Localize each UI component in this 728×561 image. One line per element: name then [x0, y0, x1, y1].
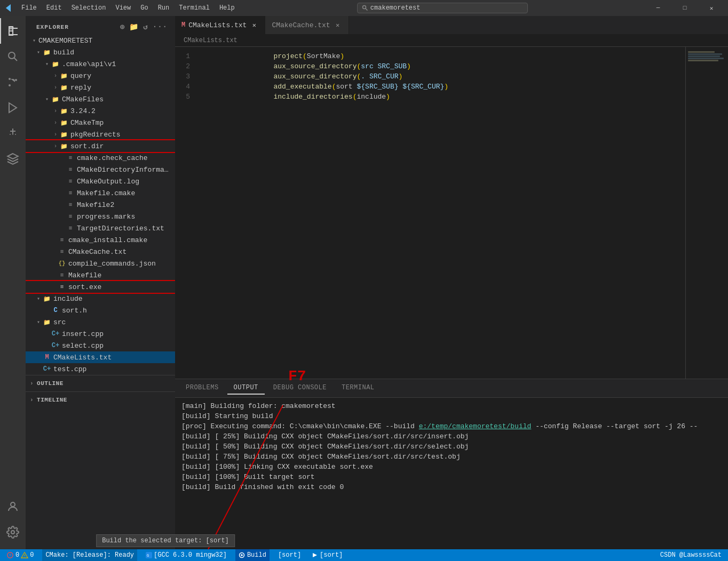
- file-icon: {}: [58, 259, 66, 268]
- sidebar-item-makefile-cmake[interactable]: ≡ Makefile.cmake: [26, 187, 175, 199]
- menu-selection[interactable]: Selection: [67, 3, 110, 13]
- sidebar-item-cmake-output[interactable]: ≡ CMakeOutput.log: [26, 175, 175, 187]
- line-content: include_directories(include): [199, 85, 390, 109]
- sidebar-item-root[interactable]: ▾ CMAKEMORETEST: [26, 35, 175, 46]
- sidebar-item-target-dirs[interactable]: ≡ TargetDirectories.txt: [26, 222, 175, 234]
- sidebar-item-sort-h[interactable]: C sort.h: [26, 304, 175, 316]
- status-gcc[interactable]: G [GCC 6.3.0 mingw32]: [144, 549, 229, 561]
- sidebar-item-label: sort.h: [62, 307, 87, 315]
- tab-cmake-cache[interactable]: CMakeCache.txt ✕: [265, 16, 349, 34]
- sidebar-item-label: CMakeTmp: [70, 119, 104, 127]
- build-label: Build: [247, 551, 266, 559]
- activity-account[interactable]: [0, 494, 26, 519]
- sidebar-item-makefile2[interactable]: ≡ Makefile2: [26, 199, 175, 211]
- sidebar-item-src[interactable]: ▾ 📁 src: [26, 316, 175, 328]
- outline-label: OUTLINE: [37, 380, 64, 387]
- sidebar-item-test-cpp[interactable]: C+ test.cpp: [26, 363, 175, 375]
- activity-settings[interactable]: [0, 519, 26, 545]
- svg-point-15: [11, 531, 14, 534]
- tab-cmake-lists[interactable]: M CMakeLists.txt ✕: [175, 16, 265, 34]
- sidebar-item-cmake-api[interactable]: ▾ 📁 .cmake\api\v1: [26, 58, 175, 70]
- sidebar-item-pkgredirects[interactable]: › 📁 pkgRedirects: [26, 129, 175, 140]
- sidebar-root-label: CMAKEMORETEST: [38, 37, 92, 45]
- sidebar-item-label: src: [53, 318, 66, 326]
- sidebar-item-label: include: [53, 295, 83, 303]
- activity-debug[interactable]: [0, 95, 26, 121]
- svg-point-0: [362, 6, 366, 9]
- menu-help[interactable]: Help: [215, 3, 239, 13]
- sidebar-item-makefile[interactable]: ≡ Makefile: [26, 269, 175, 281]
- sidebar-item-version[interactable]: › 📁 3.24.2: [26, 105, 175, 117]
- status-target-sort[interactable]: [sort]: [276, 549, 303, 561]
- menu-file[interactable]: File: [17, 3, 41, 13]
- sidebar-item-insert-cpp[interactable]: C+ insert.cpp: [26, 328, 175, 340]
- status-active-target[interactable]: [sort]: [310, 549, 345, 561]
- outline-header[interactable]: › OUTLINE: [26, 378, 175, 389]
- menu-edit[interactable]: Edit: [42, 3, 66, 13]
- minimap-content: [686, 47, 728, 66]
- status-build-button[interactable]: Build: [235, 549, 270, 561]
- activity-extensions[interactable]: [0, 121, 26, 146]
- sidebar-item-cmaketmp[interactable]: › 📁 CMakeTmp: [26, 117, 175, 129]
- panel-tab-terminal[interactable]: TERMINAL: [335, 382, 381, 395]
- sidebar-item-reply[interactable]: › 📁 reply: [26, 82, 175, 93]
- folder-icon: 📁: [60, 142, 68, 150]
- menu-run[interactable]: Run: [154, 3, 174, 13]
- sidebar-item-cmake-dir-info[interactable]: ≡ CMakeDirectoryInformation.cmake: [26, 164, 175, 175]
- menu-view[interactable]: View: [111, 3, 135, 13]
- sidebar-item-query[interactable]: › 📁 query: [26, 70, 175, 82]
- sidebar-item-include[interactable]: ▾ 📁 include: [26, 293, 175, 304]
- sidebar-item-label: sort.dir: [70, 142, 104, 150]
- file-h-icon: C: [51, 306, 60, 315]
- window-controls: ─ □ ✕: [646, 0, 724, 16]
- sidebar-item-label: CMakeCache.txt: [68, 248, 126, 256]
- folder-icon: 📁: [51, 95, 60, 103]
- sidebar-item-sort-dir[interactable]: › 📁 sort.dir: [26, 140, 175, 152]
- panel-output-content: [main] Building folder: cmakemoretest [b…: [175, 398, 728, 549]
- close-button[interactable]: ✕: [699, 0, 724, 16]
- maximize-button[interactable]: □: [672, 0, 697, 16]
- panel-tab-output[interactable]: OUTPUT: [227, 382, 265, 395]
- search-box[interactable]: cmakemoretest: [357, 3, 528, 13]
- timeline-header[interactable]: › TIMELINE: [26, 394, 175, 406]
- menu-go[interactable]: Go: [136, 3, 152, 13]
- tab-close-button[interactable]: ✕: [334, 21, 342, 29]
- sidebar-item-progress-marks[interactable]: ≡ progress.marks: [26, 211, 175, 222]
- chevron-down-icon: ▾: [43, 60, 51, 68]
- output-link[interactable]: e:/temp/cmakemoretest/build: [419, 422, 532, 430]
- activity-git[interactable]: [0, 69, 26, 95]
- status-errors[interactable]: 0 0: [4, 549, 36, 561]
- menu-terminal[interactable]: Terminal: [175, 3, 214, 13]
- file-icon: ≡: [66, 165, 75, 174]
- gcc-text: [GCC 6.3.0 mingw32]: [154, 551, 227, 559]
- sidebar-item-build[interactable]: ▾ 📁 build: [26, 46, 175, 58]
- sidebar-item-cmakelists[interactable]: M CMakeLists.txt: [26, 351, 175, 363]
- sidebar-new-file-button[interactable]: ⊕: [119, 21, 126, 33]
- activity-cmake[interactable]: [0, 146, 26, 172]
- sidebar-item-label: TargetDirectories.txt: [77, 225, 164, 233]
- sidebar-more-button[interactable]: ···: [152, 21, 169, 33]
- sidebar-item-sort-exe[interactable]: ≡ sort.exe: [26, 281, 175, 293]
- sidebar-new-folder-button[interactable]: 📁: [128, 21, 140, 33]
- sidebar-item-cmake-install[interactable]: ≡ cmake_install.cmake: [26, 234, 175, 246]
- timeline-section: › TIMELINE: [26, 391, 175, 408]
- status-csdn[interactable]: CSDN @LawssssCat: [658, 549, 724, 561]
- sidebar-item-cmakefiles[interactable]: ▾ 📁 CMakeFiles: [26, 93, 175, 105]
- sidebar-item-compile-commands[interactable]: {} compile_commands.json: [26, 258, 175, 269]
- sidebar-refresh-button[interactable]: ↺: [142, 21, 149, 33]
- svg-marker-13: [9, 103, 17, 113]
- panel-tab-debug[interactable]: DEBUG CONSOLE: [267, 382, 333, 395]
- no-chevron: [58, 165, 66, 174]
- code-area[interactable]: 1 project(SortMake) 2 aux_source_directo…: [175, 47, 685, 379]
- sidebar-item-select-cpp[interactable]: C+ select.cpp: [26, 340, 175, 351]
- status-cmake[interactable]: CMake: [Release]: Ready: [42, 549, 137, 561]
- panel-tab-problems[interactable]: PROBLEMS: [179, 382, 225, 395]
- sidebar-item-cmake-check[interactable]: ≡ cmake.check_cache: [26, 152, 175, 164]
- tab-close-button[interactable]: ✕: [250, 21, 258, 29]
- activity-explorer[interactable]: [0, 18, 26, 44]
- sidebar-item-cmake-cache[interactable]: ≡ CMakeCache.txt: [26, 246, 175, 258]
- minimize-button[interactable]: ─: [646, 0, 670, 16]
- chevron-down-icon: ▾: [34, 294, 43, 303]
- activity-search[interactable]: [0, 44, 26, 69]
- file-icon: ≡: [66, 212, 75, 221]
